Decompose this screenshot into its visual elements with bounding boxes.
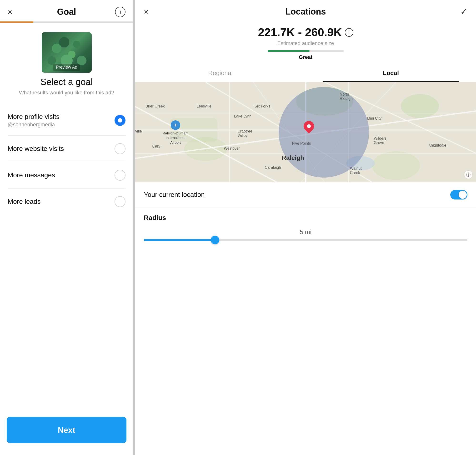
map-label-wilders-grove: WildersGrove [374,136,387,145]
locations-close-icon[interactable]: × [144,7,149,16]
map-label-crabtree: CrabtreeValley [238,129,252,138]
audience-info-icon[interactable]: i [345,28,353,37]
audience-quality-label: Great [299,54,312,60]
svg-point-4 [373,151,420,180]
options-list: More profile visits @sonnenbergmedia Mor… [0,101,133,258]
audience-meter-fill [268,50,309,52]
airport-icon: ✈ [171,120,180,130]
map-label-leesville: Leesville [197,104,211,108]
radio-3[interactable] [115,170,126,181]
map-label-cary: Cary [152,144,160,148]
tab-local[interactable]: Local [306,64,476,82]
map-radius-circle [279,87,369,178]
map-label-westover: Westover [224,146,240,151]
radio-1[interactable] [115,115,126,126]
option-main-2: More website visits [8,145,64,153]
map-label-lake-lynn: Lake Lynn [234,114,252,118]
radius-value: 5 mi [144,228,468,236]
preview-ad-label: Preview Ad [53,64,79,71]
toggle-thumb [459,191,467,199]
ad-preview-section: Preview Ad Select a goal What results wo… [0,25,133,101]
map-label-five-points: Five Points [292,141,311,146]
option-sub-1: @sonnenbergmedia [8,122,60,128]
map-airport: ✈ Raleigh-DurhamInternationalAirport [162,120,188,145]
confirm-check-icon[interactable]: ✓ [460,7,468,17]
map-pin-inner [307,124,311,128]
option-more-profile-visits[interactable]: More profile visits @sonnenbergmedia [8,105,126,136]
radius-slider-fill [144,239,215,241]
map-label-knightdale: Knightdale [428,143,446,147]
audience-size-text: 221.7K - 260.9K i [258,26,353,39]
map-label-caraleigh: Caraleigh [265,165,281,170]
option-main-4: More leads [8,198,41,205]
next-button[interactable]: Next [7,417,127,443]
map-container[interactable]: ✈ Raleigh-DurhamInternationalAirport Bri… [135,82,476,182]
option-more-messages[interactable]: More messages [8,162,126,188]
close-icon[interactable]: × [8,8,12,16]
next-button-label: Next [58,425,75,435]
select-goal-subtitle: What results would you like from this ad… [19,90,114,96]
airport-label: Raleigh-DurhamInternationalAirport [162,131,188,145]
progress-segment-1 [0,21,33,23]
select-goal-title: Select a goal [40,77,93,87]
audience-section: 221.7K - 260.9K i Estimated audience siz… [135,21,476,60]
option-text-3: More messages [8,171,55,179]
ad-preview-image[interactable]: Preview Ad [42,32,92,73]
current-location-label: Your current location [144,191,205,199]
progress-segment-2 [33,21,67,23]
option-text-4: More leads [8,198,41,205]
map-info-circle[interactable]: ⓘ [464,171,473,179]
left-panel: × Goal i Preview Ad Select a goal What r… [0,0,133,455]
option-main-1: More profile visits [8,113,60,121]
radio-4[interactable] [115,196,126,207]
map-label-sixforks: Six Forks [254,104,270,108]
map-pin-head [301,119,316,133]
current-location-toggle[interactable] [450,190,468,200]
map-background: ✈ Raleigh-DurhamInternationalAirport Bri… [135,82,476,182]
radius-slider[interactable] [144,239,468,241]
map-pin [304,121,314,134]
radio-2[interactable] [115,143,126,154]
audience-subtitle: Estimated audience size [277,40,334,47]
map-label-north-raleigh: NorthRaleigh [340,92,353,101]
info-button[interactable]: i [115,7,126,17]
option-text-1: More profile visits @sonnenbergmedia [8,113,60,128]
right-header: × Locations ✓ [135,0,476,21]
current-location-row: Your current location [135,182,476,207]
progress-segment-4 [100,21,133,23]
option-more-leads[interactable]: More leads [8,188,126,215]
svg-point-2 [401,94,439,118]
panel-divider [133,0,135,455]
option-text-2: More website visits [8,145,64,153]
map-label-mini-city: Mini City [367,116,381,121]
radius-label: Radius [144,214,468,222]
map-label-brier-creek: Brier Creek [145,104,165,108]
left-header: × Goal i [0,0,133,21]
locations-title: Locations [285,7,326,17]
location-tabs: Regional Local [135,64,476,82]
progress-segment-3 [67,21,100,23]
next-btn-container: Next [0,410,133,455]
radius-section: Radius 5 mi [135,207,476,248]
tab-regional[interactable]: Regional [135,64,306,82]
map-label-ville: ville [135,129,142,133]
page-title: Goal [57,7,76,17]
audience-meter [268,50,344,52]
radius-slider-thumb[interactable] [211,236,219,244]
progress-bar [0,21,133,25]
audience-size-value: 221.7K - 260.9K [258,26,342,39]
map-label-walnut-creek: WalnutCreek [350,166,362,175]
map-label-raleigh: Raleigh [282,154,304,162]
option-more-website-visits[interactable]: More website visits [8,136,126,162]
option-main-3: More messages [8,171,55,179]
right-panel: × Locations ✓ 221.7K - 260.9K i Estimate… [135,0,476,455]
